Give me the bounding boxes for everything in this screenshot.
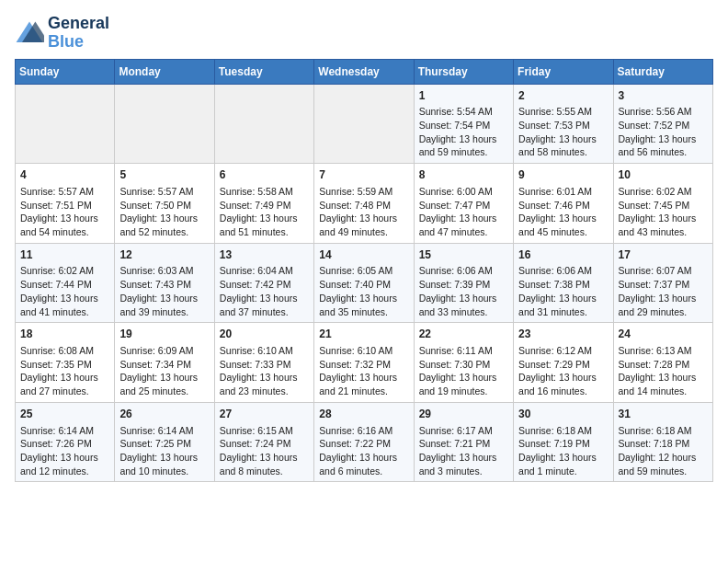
day-info: Sunrise: 6:05 AM Sunset: 7:40 PM Dayligh… <box>319 264 408 318</box>
day-info: Sunrise: 6:07 AM Sunset: 7:37 PM Dayligh… <box>619 264 708 318</box>
calendar-cell: 13Sunrise: 6:04 AM Sunset: 7:42 PM Dayli… <box>214 243 313 323</box>
day-number: 23 <box>518 327 608 342</box>
day-number: 16 <box>518 247 608 263</box>
day-info: Sunrise: 6:03 AM Sunset: 7:43 PM Dayligh… <box>119 264 209 318</box>
day-number: 13 <box>220 247 309 263</box>
calendar-cell: 30Sunrise: 6:18 AM Sunset: 7:19 PM Dayli… <box>514 402 613 482</box>
day-info: Sunrise: 6:11 AM Sunset: 7:30 PM Dayligh… <box>419 344 508 398</box>
day-info: Sunrise: 6:14 AM Sunset: 7:25 PM Dayligh… <box>119 424 209 478</box>
weekday-header-cell: Sunday <box>16 59 115 84</box>
day-number: 29 <box>419 407 508 422</box>
day-info: Sunrise: 6:10 AM Sunset: 7:32 PM Dayligh… <box>319 344 408 398</box>
calendar-cell: 9Sunrise: 6:01 AM Sunset: 7:46 PM Daylig… <box>514 164 613 244</box>
day-info: Sunrise: 5:55 AM Sunset: 7:53 PM Dayligh… <box>518 105 608 159</box>
day-info: Sunrise: 5:59 AM Sunset: 7:48 PM Dayligh… <box>319 185 408 239</box>
day-info: Sunrise: 6:00 AM Sunset: 7:47 PM Dayligh… <box>419 185 508 239</box>
day-number: 1 <box>419 88 508 104</box>
calendar-cell: 14Sunrise: 6:05 AM Sunset: 7:40 PM Dayli… <box>314 243 414 323</box>
day-number: 9 <box>518 167 608 183</box>
calendar-cell: 31Sunrise: 6:18 AM Sunset: 7:18 PM Dayli… <box>613 402 712 482</box>
day-info: Sunrise: 5:56 AM Sunset: 7:52 PM Dayligh… <box>619 105 708 159</box>
calendar-cell: 21Sunrise: 6:10 AM Sunset: 7:32 PM Dayli… <box>314 323 414 403</box>
day-info: Sunrise: 6:06 AM Sunset: 7:39 PM Dayligh… <box>419 264 508 318</box>
calendar-week-row: 11Sunrise: 6:02 AM Sunset: 7:44 PM Dayli… <box>16 243 713 323</box>
calendar-table: SundayMondayTuesdayWednesdayThursdayFrid… <box>15 59 713 483</box>
logo-text: General Blue <box>48 15 109 52</box>
day-info: Sunrise: 6:02 AM Sunset: 7:44 PM Dayligh… <box>20 264 109 318</box>
calendar-header: SundayMondayTuesdayWednesdayThursdayFrid… <box>16 59 713 84</box>
calendar-cell: 24Sunrise: 6:13 AM Sunset: 7:28 PM Dayli… <box>613 323 712 403</box>
day-info: Sunrise: 6:17 AM Sunset: 7:21 PM Dayligh… <box>419 424 508 478</box>
calendar-cell: 8Sunrise: 6:00 AM Sunset: 7:47 PM Daylig… <box>414 164 513 244</box>
calendar-cell: 12Sunrise: 6:03 AM Sunset: 7:43 PM Dayli… <box>115 243 214 323</box>
day-number: 6 <box>220 167 309 183</box>
calendar-body: 1Sunrise: 5:54 AM Sunset: 7:54 PM Daylig… <box>16 84 713 482</box>
day-number: 20 <box>220 327 309 342</box>
day-info: Sunrise: 6:13 AM Sunset: 7:28 PM Dayligh… <box>619 344 708 398</box>
calendar-cell: 7Sunrise: 5:59 AM Sunset: 7:48 PM Daylig… <box>314 164 414 244</box>
day-info: Sunrise: 6:02 AM Sunset: 7:45 PM Dayligh… <box>619 185 708 239</box>
calendar-cell <box>314 84 414 164</box>
day-info: Sunrise: 5:57 AM Sunset: 7:50 PM Dayligh… <box>119 185 209 239</box>
calendar-cell <box>16 84 115 164</box>
calendar-week-row: 4Sunrise: 5:57 AM Sunset: 7:51 PM Daylig… <box>16 164 713 244</box>
day-info: Sunrise: 5:58 AM Sunset: 7:49 PM Dayligh… <box>220 185 309 239</box>
day-info: Sunrise: 6:14 AM Sunset: 7:26 PM Dayligh… <box>20 424 109 478</box>
day-number: 5 <box>119 167 209 183</box>
day-info: Sunrise: 6:10 AM Sunset: 7:33 PM Dayligh… <box>220 344 309 398</box>
calendar-cell: 6Sunrise: 5:58 AM Sunset: 7:49 PM Daylig… <box>214 164 313 244</box>
calendar-cell: 11Sunrise: 6:02 AM Sunset: 7:44 PM Dayli… <box>16 243 115 323</box>
day-number: 31 <box>619 407 708 422</box>
day-info: Sunrise: 5:57 AM Sunset: 7:51 PM Dayligh… <box>20 185 109 239</box>
day-info: Sunrise: 6:01 AM Sunset: 7:46 PM Dayligh… <box>518 185 608 239</box>
weekday-header-cell: Saturday <box>613 59 712 84</box>
day-number: 30 <box>518 407 608 422</box>
calendar-cell: 10Sunrise: 6:02 AM Sunset: 7:45 PM Dayli… <box>613 164 712 244</box>
calendar-week-row: 25Sunrise: 6:14 AM Sunset: 7:26 PM Dayli… <box>16 402 713 482</box>
calendar-week-row: 1Sunrise: 5:54 AM Sunset: 7:54 PM Daylig… <box>16 84 713 164</box>
day-number: 3 <box>619 88 708 104</box>
calendar-cell: 5Sunrise: 5:57 AM Sunset: 7:50 PM Daylig… <box>115 164 214 244</box>
calendar-cell: 18Sunrise: 6:08 AM Sunset: 7:35 PM Dayli… <box>16 323 115 403</box>
calendar-cell <box>214 84 313 164</box>
day-info: Sunrise: 6:16 AM Sunset: 7:22 PM Dayligh… <box>319 424 408 478</box>
calendar-cell: 26Sunrise: 6:14 AM Sunset: 7:25 PM Dayli… <box>115 402 214 482</box>
day-info: Sunrise: 6:12 AM Sunset: 7:29 PM Dayligh… <box>518 344 608 398</box>
day-number: 7 <box>319 167 408 183</box>
calendar-cell: 22Sunrise: 6:11 AM Sunset: 7:30 PM Dayli… <box>414 323 513 403</box>
page-header: General Blue <box>15 15 713 52</box>
day-info: Sunrise: 6:18 AM Sunset: 7:18 PM Dayligh… <box>619 424 708 478</box>
calendar-cell: 28Sunrise: 6:16 AM Sunset: 7:22 PM Dayli… <box>314 402 414 482</box>
calendar-cell: 29Sunrise: 6:17 AM Sunset: 7:21 PM Dayli… <box>414 402 513 482</box>
calendar-cell: 16Sunrise: 6:06 AM Sunset: 7:38 PM Dayli… <box>514 243 613 323</box>
calendar-cell: 27Sunrise: 6:15 AM Sunset: 7:24 PM Dayli… <box>214 402 313 482</box>
calendar-cell: 25Sunrise: 6:14 AM Sunset: 7:26 PM Dayli… <box>16 402 115 482</box>
day-number: 25 <box>20 407 109 422</box>
logo: General Blue <box>15 15 109 52</box>
day-info: Sunrise: 5:54 AM Sunset: 7:54 PM Dayligh… <box>419 105 508 159</box>
day-info: Sunrise: 6:18 AM Sunset: 7:19 PM Dayligh… <box>518 424 608 478</box>
calendar-week-row: 18Sunrise: 6:08 AM Sunset: 7:35 PM Dayli… <box>16 323 713 403</box>
day-number: 21 <box>319 327 408 342</box>
day-number: 11 <box>20 247 109 263</box>
day-number: 19 <box>119 327 209 342</box>
day-number: 28 <box>319 407 408 422</box>
day-info: Sunrise: 6:06 AM Sunset: 7:38 PM Dayligh… <box>518 264 608 318</box>
weekday-header-cell: Wednesday <box>314 59 414 84</box>
calendar-cell: 4Sunrise: 5:57 AM Sunset: 7:51 PM Daylig… <box>16 164 115 244</box>
calendar-cell: 19Sunrise: 6:09 AM Sunset: 7:34 PM Dayli… <box>115 323 214 403</box>
weekday-header-cell: Tuesday <box>214 59 313 84</box>
calendar-cell: 1Sunrise: 5:54 AM Sunset: 7:54 PM Daylig… <box>414 84 513 164</box>
day-info: Sunrise: 6:04 AM Sunset: 7:42 PM Dayligh… <box>220 264 309 318</box>
logo-icon <box>15 20 44 46</box>
day-number: 12 <box>119 247 209 263</box>
day-number: 17 <box>619 247 708 263</box>
calendar-cell <box>115 84 214 164</box>
day-number: 18 <box>20 327 109 342</box>
day-number: 4 <box>20 167 109 183</box>
calendar-cell: 3Sunrise: 5:56 AM Sunset: 7:52 PM Daylig… <box>613 84 712 164</box>
day-number: 22 <box>419 327 508 342</box>
weekday-header-row: SundayMondayTuesdayWednesdayThursdayFrid… <box>16 59 713 84</box>
calendar-cell: 2Sunrise: 5:55 AM Sunset: 7:53 PM Daylig… <box>514 84 613 164</box>
day-info: Sunrise: 6:08 AM Sunset: 7:35 PM Dayligh… <box>20 344 109 398</box>
